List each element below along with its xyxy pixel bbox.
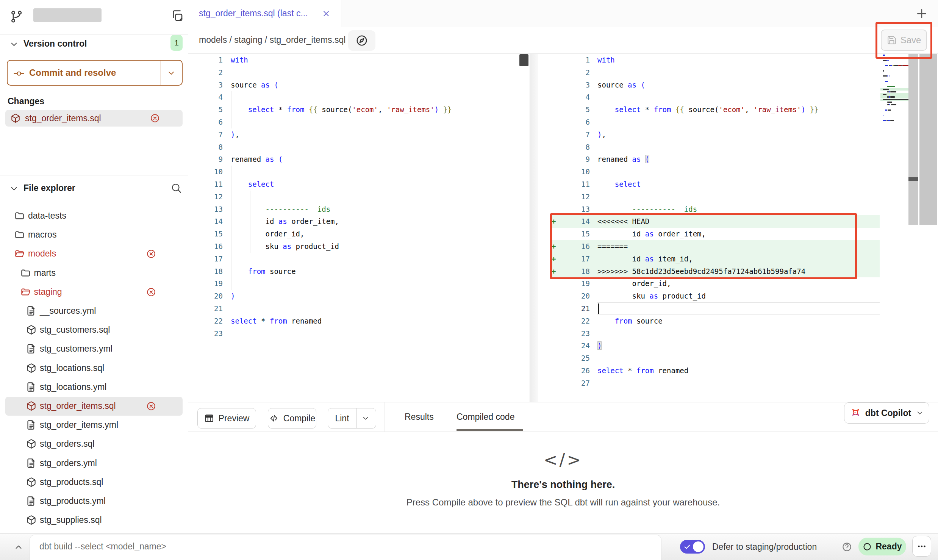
code-line-17[interactable]: 17 [188,253,530,265]
file-row-stg_orders.sql[interactable]: stg_orders.sql [0,435,188,454]
lineage-button[interactable] [348,30,375,51]
left-pane-scrollbar-thumb[interactable] [519,54,528,66]
code-line-4[interactable]: 4 [538,91,938,103]
changed-file-row[interactable]: stg_order_items.sql [5,110,183,127]
file-row-stg_customers.sql[interactable]: stg_customers.sql [0,321,188,339]
code-line-11[interactable]: 11 select [538,178,938,191]
code-line-20[interactable]: 20 sku as product_id [538,290,938,302]
code-line-13[interactable]: 13 ---------- ids [188,203,530,216]
file-row-staging[interactable]: staging [0,283,188,302]
file-row-marts[interactable]: marts [0,264,188,283]
tab-compiled-code[interactable]: Compiled code [456,412,514,422]
file-row-stg_locations.yml[interactable]: stg_locations.yml [0,378,188,397]
code-line-15[interactable]: 15 order_id, [188,228,530,240]
lint-button[interactable]: Lint [328,408,376,429]
commit-dropdown-icon[interactable] [167,69,176,78]
code-line-9[interactable]: 9renamed as ( [538,153,938,166]
code-line-26[interactable]: 26select * from renamed [538,364,938,377]
commit-and-resolve-button[interactable]: Commit and resolve [7,60,183,86]
chevron-up-icon[interactable] [14,542,23,552]
code-line-18[interactable]: +18>>>>>>> 58c1dd23d5eebd9cd2495fa7124ab… [538,265,938,278]
code-line-7[interactable]: 7), [538,128,938,141]
code-line-8[interactable]: 8 [188,141,530,153]
code-line-22[interactable]: 22 from source [538,315,938,327]
code-line-3[interactable]: 3source as ( [188,79,530,91]
code-line-16[interactable]: +16======= [538,240,938,253]
code-line-12[interactable]: 12 [188,191,530,203]
code-line-22[interactable]: 22select * from renamed [188,315,530,327]
new-tab-icon[interactable] [915,7,928,20]
code-line-23[interactable]: 23 [188,327,530,340]
file-row-stg_customers.yml[interactable]: stg_customers.yml [0,339,188,358]
code-line-10[interactable]: 10 [538,166,938,178]
preview-button[interactable]: Preview [197,408,256,429]
code-line-14[interactable]: 14 id as order_item, [188,215,530,228]
code-line-7[interactable]: 7), [188,128,530,141]
minimap-slider[interactable] [908,54,918,225]
code-line-10[interactable]: 10 [188,166,530,178]
code-line-8[interactable]: 8 [538,141,938,153]
more-options-button[interactable] [912,536,931,557]
file-row-stg_products.yml[interactable]: stg_products.yml [0,492,188,511]
command-input[interactable]: dbt build --select <model_name> [39,541,166,552]
file-row-__sources.yml[interactable]: __sources.yml [0,302,188,321]
conflict-marker-icon[interactable] [146,249,156,259]
file-row-stg_orders.yml[interactable]: stg_orders.yml [0,454,188,473]
file-row-data-tests[interactable]: data-tests [0,206,188,225]
code-line-19[interactable]: 19 order_id, [538,277,938,290]
code-line-21[interactable]: 21 [188,302,530,315]
code-line-19[interactable]: 19 [188,277,530,290]
minimap[interactable] [880,54,908,228]
file-row-stg_supplies.sql[interactable]: stg_supplies.sql [0,511,188,530]
code-line-6[interactable]: 6 [538,116,938,128]
code-line-3[interactable]: 3source as ( [538,79,938,91]
code-line-23[interactable]: 23 [538,327,938,340]
save-button[interactable]: Save [881,30,927,51]
defer-toggle[interactable] [680,540,705,554]
chevron-down-icon[interactable] [9,39,19,49]
search-icon[interactable] [170,182,182,194]
code-line-5[interactable]: 5 select * from {{ source('ecom', 'raw_i… [188,103,530,116]
chevron-down-icon[interactable] [9,184,19,194]
code-line-20[interactable]: 20) [188,290,530,302]
editor-pane-saved[interactable]: 1with23source as (45 select * from {{ so… [188,54,530,402]
code-line-1[interactable]: 1with [188,54,530,66]
copy-icon[interactable] [170,9,184,23]
editor-pane-current[interactable]: 1with23source as (45 select * from {{ so… [538,54,938,402]
chevron-down-icon[interactable] [361,414,370,422]
file-row-stg_products.sql[interactable]: stg_products.sql [0,473,188,492]
code-line-17[interactable]: +17 id as item_id, [538,253,938,265]
conflict-marker-icon[interactable] [146,287,156,297]
conflict-marker-icon[interactable] [150,113,160,123]
code-line-5[interactable]: 5 select * from {{ source('ecom', 'raw_i… [538,103,938,116]
file-row-stg_order_items.sql[interactable]: stg_order_items.sql [0,397,188,416]
code-line-14[interactable]: +14<<<<<<< HEAD [538,215,938,228]
status-badge[interactable]: Ready [858,538,906,555]
code-line-27[interactable]: 27 [538,377,938,389]
compile-button[interactable]: Compile [268,408,316,429]
file-row-macros[interactable]: macros [0,225,188,244]
code-line-18[interactable]: 18 from source [188,265,530,278]
close-icon[interactable] [322,9,331,18]
scrollbar-handle[interactable] [908,177,918,181]
code-line-4[interactable]: 4 [188,91,530,103]
code-line-12[interactable]: 12 [538,191,938,203]
help-icon[interactable] [842,542,852,552]
conflict-marker-icon[interactable] [146,401,156,411]
file-row-stg_order_items.yml[interactable]: stg_order_items.yml [0,416,188,435]
code-line-11[interactable]: 11 select [188,178,530,191]
file-row-models[interactable]: models [0,244,188,263]
tab-stg-order-items[interactable]: stg_order_items.sql (last c... [188,0,341,27]
code-line-2[interactable]: 2 [538,66,938,79]
code-line-25[interactable]: 25 [538,352,938,364]
code-line-15[interactable]: 15 id as order_item, [538,228,938,240]
code-line-24[interactable]: 24) [538,339,938,352]
file-row-stg_locations.sql[interactable]: stg_locations.sql [0,359,188,378]
code-line-6[interactable]: 6 [188,116,530,128]
code-line-21[interactable]: 21 [538,302,938,315]
code-line-16[interactable]: 16 sku as product_id [188,240,530,253]
code-line-13[interactable]: 13 ---------- ids [538,203,938,216]
code-line-2[interactable]: 2 [188,66,530,79]
dbt-copilot-button[interactable]: dbt Copilot [844,402,929,424]
code-line-9[interactable]: 9renamed as ( [188,153,530,166]
